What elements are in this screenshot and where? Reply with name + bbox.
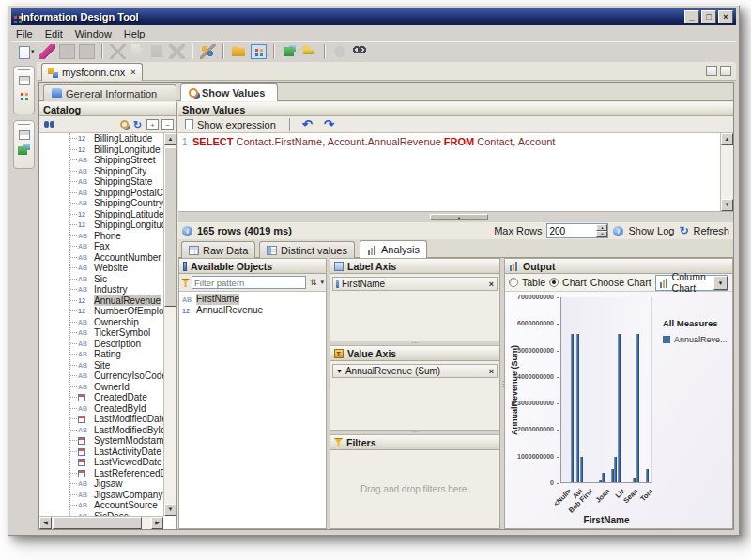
catalog-item[interactable]: ABTickerSymbol [39, 327, 163, 339]
projects-icon[interactable] [231, 44, 247, 59]
catalog-item[interactable]: ABAccountNumber [39, 252, 163, 264]
catalog-item[interactable]: SystemModstamp [39, 435, 163, 446]
catalog-item[interactable]: 12ShippingLongitude [39, 219, 163, 231]
catalog-item[interactable]: 12NumberOfEmployees [39, 306, 163, 317]
scrollbar-thumb[interactable] [164, 147, 176, 307]
select-dropdown-icon[interactable]: ▼ [713, 276, 728, 290]
remove-item-icon[interactable]: × [489, 280, 494, 289]
minimize-button[interactable]: _ [684, 10, 699, 23]
catalog-horizontal-scrollbar[interactable]: ◀ ▶ [39, 516, 163, 529]
tab-raw-data[interactable]: Raw Data [181, 241, 255, 258]
menu-edit[interactable]: Edit [45, 28, 63, 39]
catalog-item[interactable]: ABAccountSource [39, 500, 163, 511]
wizard-icon[interactable] [39, 44, 55, 59]
collapse-all-icon[interactable]: − [161, 119, 174, 130]
max-rows-input[interactable] [547, 224, 596, 237]
menu-help[interactable]: Help [124, 28, 146, 39]
sql-vertical-scrollbar[interactable]: ▲ ▼ [720, 133, 733, 211]
tab-distinct-values[interactable]: Distinct values [259, 241, 355, 258]
horizontal-splitter[interactable]: ▲ [178, 212, 733, 222]
catalog-item[interactable]: ABIndustry [39, 284, 163, 295]
new-document-dropdown-icon[interactable]: ▾ [31, 48, 35, 55]
catalog-item[interactable]: 12ShippingLatitude [39, 209, 163, 220]
catalog-item[interactable]: ABShippingStreet [39, 155, 163, 166]
measure-dropdown-icon[interactable]: ▼ [336, 368, 343, 374]
catalog-item[interactable]: ABSite [39, 360, 163, 371]
label-axis-item[interactable]: FirstName × [332, 277, 498, 291]
restore-view-icon[interactable] [19, 130, 30, 140]
repository-view-icon[interactable] [17, 144, 31, 157]
catalog-item[interactable]: ABDescription [39, 339, 163, 350]
catalog-item[interactable]: LastModifiedDate [39, 414, 163, 425]
new-document-icon[interactable] [19, 46, 30, 59]
keys-icon[interactable] [200, 44, 216, 59]
close-tab-icon[interactable]: × [130, 68, 135, 77]
drag-handle[interactable] [18, 124, 30, 127]
available-object-item[interactable]: ABFirstName [179, 294, 326, 305]
show-log-button[interactable]: Show Log [628, 225, 674, 236]
spin-down-icon[interactable]: ▼ [596, 231, 607, 237]
catalog-item[interactable]: ABShippingPostalCode [39, 188, 163, 199]
undo-icon[interactable]: ↶ [299, 117, 316, 131]
catalog-item[interactable]: ABOwnership [39, 317, 163, 328]
refresh-catalog-icon[interactable]: ↻ [131, 119, 144, 130]
find-icon[interactable] [352, 44, 368, 59]
catalog-item[interactable]: LastViewedDate [39, 457, 163, 468]
max-rows-spinbox[interactable]: ▲ ▼ [546, 223, 608, 238]
scroll-down-icon[interactable]: ▼ [164, 504, 176, 516]
catalog-item[interactable]: ABPhone [39, 231, 163, 242]
catalog-item[interactable]: ABCreatedById [39, 403, 163, 415]
redo-icon[interactable]: ↷ [320, 117, 338, 131]
catalog-item[interactable]: LastReferencedDate [39, 468, 163, 479]
catalog-item[interactable]: LastActivityDate [39, 446, 163, 458]
connections-icon[interactable] [251, 44, 267, 59]
scroll-left-icon[interactable]: ◀ [39, 517, 52, 529]
connections-view-icon[interactable] [17, 89, 31, 102]
zoom-icon[interactable] [120, 120, 129, 129]
tab-show-values[interactable]: Show Values [180, 83, 278, 101]
remove-item-icon[interactable]: × [489, 367, 494, 376]
catalog-item[interactable]: ABShippingCity [39, 166, 163, 177]
sql-expression-editor[interactable]: 1 SELECT Contact.FirstName, Account.Annu… [178, 133, 733, 212]
scroll-up-icon[interactable]: ▲ [164, 133, 176, 145]
catalog-item[interactable]: 12BillingLongitude [39, 144, 163, 156]
catalog-item[interactable]: 12BillingLatitude [39, 133, 163, 144]
restore-view-icon[interactable] [19, 76, 30, 85]
close-button[interactable]: × [718, 10, 733, 23]
radio-table[interactable] [509, 278, 518, 287]
catalog-item[interactable]: 12AnnualRevenue [39, 295, 163, 307]
tab-analysis[interactable]: Analysis [360, 240, 427, 258]
scroll-down-icon[interactable]: ▼ [721, 199, 733, 211]
catalog-vertical-scrollbar[interactable]: ▲ ▼ [163, 133, 176, 516]
search-icon[interactable] [44, 121, 49, 128]
maximize-editor-icon[interactable] [720, 66, 731, 76]
scrollbar-thumb[interactable] [53, 517, 142, 529]
menu-window[interactable]: Window [75, 28, 112, 39]
title-bar[interactable]: Information Design Tool _ □ × [11, 8, 736, 25]
sort-menu-dropdown-icon[interactable]: ▾ [320, 279, 324, 286]
maximize-button[interactable]: □ [701, 10, 716, 23]
catalog-item[interactable]: CreatedDate [39, 392, 163, 403]
drag-handle[interactable] [18, 69, 30, 72]
catalog-item[interactable]: ABJigsawCompanyId [39, 490, 163, 501]
scroll-right-icon[interactable]: ▶ [151, 517, 163, 529]
radio-chart[interactable] [549, 278, 559, 287]
catalog-item[interactable]: ABSic [39, 274, 163, 285]
value-axis-item[interactable]: ▼ AnnualRevenue (Sum) × [332, 364, 498, 378]
expand-all-icon[interactable]: + [146, 119, 159, 130]
refresh-button[interactable]: Refresh [693, 225, 729, 236]
chart-type-select[interactable]: Column Chart ▼ [655, 275, 728, 291]
catalog-item[interactable]: ABCurrencyIsoCode [39, 371, 163, 382]
repository-icon[interactable] [282, 44, 298, 59]
splitter-handle[interactable]: ▲ [430, 214, 488, 220]
catalog-item[interactable]: ABJigsaw [39, 478, 163, 490]
catalog-item[interactable]: ABFax [39, 241, 163, 252]
catalog-item[interactable]: ABOwnerId [39, 382, 163, 393]
catalog-item[interactable]: ABShippingCountry [39, 198, 163, 209]
filter-pattern-input[interactable] [192, 276, 306, 289]
menu-file[interactable]: File [16, 28, 33, 39]
scroll-up-icon[interactable]: ▲ [721, 133, 733, 145]
editor-tab-mysfconn[interactable]: mysfconn.cnx × [41, 63, 143, 81]
catalog-item[interactable]: ABLastModifiedById [39, 425, 163, 436]
minimize-editor-icon[interactable] [706, 66, 717, 76]
